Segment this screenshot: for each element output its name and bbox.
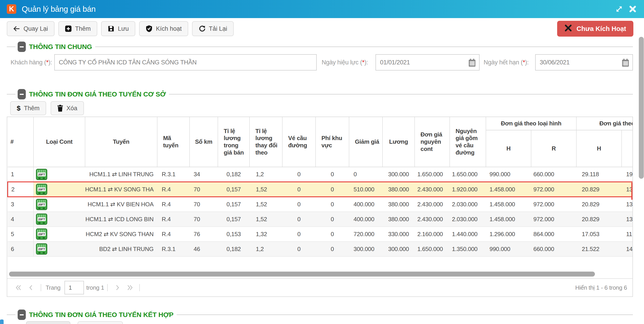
col-group-price-by-type[interactable]: Đơn giá theo loại hình — [486, 117, 576, 130]
first-page-button[interactable] — [12, 281, 25, 294]
reload-button[interactable]: Tải Lại — [192, 21, 234, 36]
cell: 5 — [8, 227, 34, 242]
col-header-unit-price[interactable]: Đơn giá nguyên cont — [415, 117, 450, 167]
x-mark-icon — [564, 24, 572, 33]
expiry-date-input[interactable]: 30/06/2021 — [535, 54, 633, 70]
col-header-index[interactable]: # — [8, 117, 34, 167]
table-row[interactable]: 320FTHCM1.1 ⇄ KV BIEN HOAR.4700,1571,520… — [8, 197, 632, 212]
rule-dash — [7, 94, 16, 94]
page-label: Trang — [46, 284, 60, 291]
table-row[interactable]: 520FTHCM2 ⇄ KV SONG THANR.4760,1531,3200… — [8, 227, 632, 242]
cell: 1.350.000 — [450, 242, 486, 256]
cell: 1.440.000 — [450, 227, 486, 242]
status-badge-button[interactable]: Chưa Kích Hoạt — [557, 21, 633, 37]
activate-button[interactable]: Kích hoạt — [139, 21, 188, 36]
cell: 0 — [316, 242, 349, 256]
table-row[interactable]: 220FTHCM1.1 ⇄ KV SONG THAR.4700,1571,520… — [8, 182, 632, 197]
col-header-route-code[interactable]: Mã tuyến — [157, 117, 190, 167]
col-header-salary[interactable]: Lương — [382, 117, 415, 167]
customer-label: Khách hàng (*): — [7, 59, 52, 66]
cell: 1.458.000 — [486, 197, 531, 212]
cell: 300.000 — [382, 242, 415, 256]
col-header-h2[interactable]: H — [576, 130, 622, 167]
cell: 0,157 — [218, 182, 250, 197]
arrow-left-icon — [13, 25, 20, 32]
cell: 0 — [282, 197, 316, 212]
rule-line — [169, 94, 633, 94]
cell: 720.000 — [349, 227, 382, 242]
col-header-km[interactable]: Số km — [190, 117, 218, 167]
col-group-price-by-2[interactable]: Đơn giá theo — [576, 117, 632, 130]
col-header-salary-ratio[interactable]: Tỉ lệ lương trong giá bán — [218, 117, 250, 167]
window-titlebar: K Quản lý bảng giá bán — [0, 0, 644, 18]
cell: 1,52 — [250, 212, 282, 227]
grid-add-button[interactable]: $ Thêm — [10, 101, 46, 115]
cell: 510.000 — [349, 182, 382, 197]
cell: 3 — [8, 197, 34, 212]
horizontal-scrollbar-thumb[interactable] — [9, 272, 595, 277]
prev-page-button[interactable] — [25, 281, 38, 294]
window-title: Quản lý bảng giá bán — [22, 4, 615, 13]
calendar-icon[interactable] — [468, 58, 476, 69]
grid-delete-button[interactable]: Xóa — [51, 101, 84, 115]
collapse-icon[interactable] — [18, 42, 26, 52]
cell: HCM1.1 ⇄ LINH TRUNG — [85, 167, 157, 182]
col-header-discount[interactable]: Giảm giá — [349, 117, 382, 167]
col-header-gross-price[interactable]: Nguyên giá gồm vé cầu đường — [450, 117, 486, 167]
table-row[interactable]: 120FTHCM1.1 ⇄ LINH TRUNGR.3.1340,1821,20… — [8, 167, 632, 182]
effective-date-input[interactable]: 01/01/2021 — [376, 54, 480, 70]
col-header-cont-type[interactable]: Loại Cont — [34, 117, 85, 167]
cell: 2.160.000 — [415, 227, 450, 242]
cell: 0 — [349, 167, 382, 182]
container-size-label: 20FT — [38, 202, 46, 206]
customer-input[interactable]: CÔNG TY CỔ PHẦN ICD TÂN CẢNG SÓNG THẦN — [54, 54, 317, 70]
collapse-icon[interactable] — [18, 310, 26, 320]
cell: 13 — [622, 197, 632, 212]
general-info-form: Khách hàng (*): CÔNG TY CỔ PHẦN ICD TÂN … — [7, 54, 633, 70]
cell: 0,182 — [218, 242, 250, 256]
col-header-salary-change-ratio[interactable]: Tỉ lệ lương thay đổi theo — [250, 117, 282, 167]
vertical-scrollbar-thumb[interactable] — [639, 37, 644, 179]
reload-button-label: Tải Lại — [209, 25, 227, 32]
col-header-area-fee[interactable]: Phí khu vực — [316, 117, 349, 167]
container-size-label: 20FT — [38, 247, 46, 251]
cell: R.3.1 — [157, 242, 190, 256]
rule-line — [95, 46, 633, 47]
selection-right-edge — [631, 182, 632, 200]
table-row[interactable]: 420FTHCM1.1 ⇄ ICD LONG BINR.4700,1571,52… — [8, 212, 632, 227]
save-button[interactable]: Lưu — [101, 21, 135, 36]
cell: 0 — [282, 167, 316, 182]
expand-icon[interactable] — [615, 5, 623, 13]
section-title: THÔNG TIN CHUNG — [29, 43, 92, 51]
cell: 11 — [622, 227, 632, 242]
cell: 4 — [8, 212, 34, 227]
col-header-clipped[interactable] — [622, 130, 632, 167]
add-button-label: Thêm — [75, 25, 91, 32]
cell: 20.829 — [576, 182, 622, 197]
add-button[interactable]: Thêm — [58, 21, 97, 36]
cell: 0 — [316, 167, 349, 182]
col-header-h1[interactable]: H — [486, 130, 531, 167]
close-icon[interactable] — [629, 5, 636, 13]
last-page-button[interactable] — [124, 281, 136, 294]
cell: 13 — [622, 212, 632, 227]
cell: 660.000 — [531, 242, 576, 256]
cell: 1 — [8, 167, 34, 182]
cell: 0 — [316, 212, 349, 227]
col-header-route[interactable]: Tuyến — [85, 117, 157, 167]
table-row[interactable]: 620FTBD2 ⇄ LINH TRUNGR.3.1460,1821,20030… — [8, 242, 632, 256]
back-button[interactable]: Quay Lại — [7, 21, 54, 36]
combined-add-button[interactable] — [26, 321, 70, 324]
cell: 76 — [190, 227, 218, 242]
page-number-input[interactable] — [64, 281, 84, 294]
collapse-icon[interactable] — [18, 89, 26, 99]
container-icon: 20FT — [36, 213, 47, 225]
col-header-r1[interactable]: R — [531, 130, 576, 167]
cell: HCM1.1 ⇄ ICD LONG BIN — [85, 212, 157, 227]
combined-delete-button[interactable] — [78, 321, 123, 324]
cell: 0,157 — [218, 212, 250, 227]
next-page-button[interactable] — [111, 281, 124, 294]
col-header-toll[interactable]: Vé cầu đường — [282, 117, 316, 167]
cell: 2.430.000 — [415, 212, 450, 227]
calendar-icon[interactable] — [622, 58, 629, 69]
